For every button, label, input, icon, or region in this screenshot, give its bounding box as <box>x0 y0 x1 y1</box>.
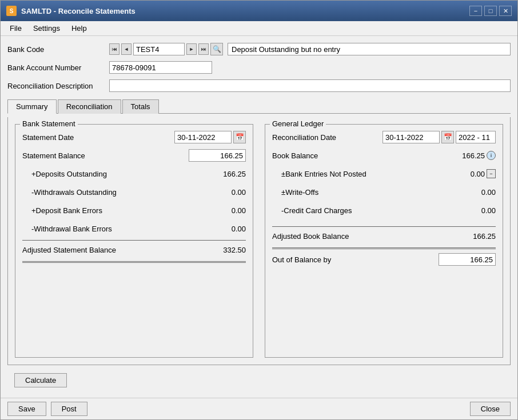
statement-date-label: Statement Date <box>22 133 74 142</box>
adjusted-book-balance-value: 166.25 <box>450 232 496 241</box>
title-bar: S SAMLTD - Reconcile Statements − □ ✕ <box>1 1 517 21</box>
menu-settings[interactable]: Settings <box>29 22 65 34</box>
content-area: Bank Code ⏮ ◄ ► ⏭ 🔍 Deposit Outstanding … <box>1 36 517 398</box>
tab-reconciliation[interactable]: Reconciliation <box>58 99 121 114</box>
deposits-outstanding-row: +Deposits Outstanding 166.25 <box>22 167 246 181</box>
general-ledger-panel: General Ledger Reconciliation Date 📅 Boo… <box>265 124 503 358</box>
search-button[interactable]: 🔍 <box>210 43 223 55</box>
reconciliation-date-label: Reconciliation Date <box>272 133 336 142</box>
book-balance-info-icon[interactable]: i <box>487 151 496 160</box>
deposit-bank-errors-value: 0.00 <box>200 206 246 215</box>
maximize-button[interactable]: □ <box>484 6 497 16</box>
bank-entries-controls: 0.00 − <box>439 169 496 178</box>
window-title: SAMLTD - Reconcile Statements <box>21 7 136 15</box>
statement-balance-label: Statement Balance <box>22 151 85 160</box>
withdrawals-outstanding-label: -Withdrawals Outstanding <box>31 188 117 197</box>
tab-content-summary: Bank Statement Statement Date 📅 Statemen… <box>7 117 511 365</box>
withdrawal-bank-errors-label: -Withdrawal Bank Errors <box>31 225 112 233</box>
statement-date-controls: 📅 <box>174 131 246 143</box>
write-offs-row: ±Write-Offs 0.00 <box>272 185 496 199</box>
bank-account-row: Bank Account Number <box>7 60 511 75</box>
close-window-button[interactable]: ✕ <box>499 6 512 16</box>
tab-totals[interactable]: Totals <box>122 99 159 114</box>
bank-statement-legend: Bank Statement <box>20 119 78 128</box>
statement-date-calendar-button[interactable]: 📅 <box>233 131 246 143</box>
bank-code-row: Bank Code ⏮ ◄ ► ⏭ 🔍 Deposit Outstanding … <box>7 42 511 57</box>
reconciliation-date-controls: 📅 <box>382 131 496 143</box>
deposit-bank-errors-label: +Deposit Bank Errors <box>31 206 102 215</box>
credit-card-row: -Credit Card Charges 0.00 <box>272 203 496 217</box>
bank-code-input[interactable] <box>133 43 185 55</box>
credit-card-value: 0.00 <box>450 206 496 215</box>
menu-bar: File Settings Help <box>1 21 517 36</box>
bank-code-controls: ⏮ ◄ ► ⏭ 🔍 <box>109 43 223 55</box>
period-input[interactable] <box>456 131 496 143</box>
save-button[interactable]: Save <box>7 402 46 416</box>
out-of-balance-row: Out of Balance by <box>272 253 496 266</box>
footer-left-buttons: Save Post <box>7 402 87 416</box>
bank-entries-value: 0.00 <box>439 170 485 178</box>
withdrawal-bank-errors-row: -Withdrawal Bank Errors 0.00 <box>22 222 246 235</box>
write-offs-value: 0.00 <box>450 188 496 197</box>
withdrawals-outstanding-row: -Withdrawals Outstanding 0.00 <box>22 185 246 199</box>
close-button[interactable]: Close <box>470 402 511 416</box>
withdrawals-outstanding-value: 0.00 <box>200 188 246 197</box>
minimize-button[interactable]: − <box>469 6 482 16</box>
statement-balance-row: Statement Balance <box>22 149 246 162</box>
bank-account-label: Bank Account Number <box>7 63 105 72</box>
reconciliation-date-row: Reconciliation Date 📅 <box>272 130 496 144</box>
reconciliation-desc-input[interactable] <box>109 79 511 92</box>
title-buttons: − □ ✕ <box>469 6 512 16</box>
nav-last-button[interactable]: ⏭ <box>198 43 209 55</box>
book-balance-row: Book Balance 166.25 i <box>272 149 496 162</box>
footer: Save Post Close <box>1 398 517 419</box>
reconciliation-desc-label: Reconciliation Description <box>7 82 105 90</box>
deposits-outstanding-label: +Deposits Outstanding <box>31 170 107 178</box>
adjusted-statement-balance-row: Adjusted Statement Balance 332.50 <box>22 243 246 257</box>
tabs-bar: Summary Reconciliation Totals <box>7 99 511 114</box>
book-balance-controls: 166.25 i <box>439 151 496 160</box>
menu-help[interactable]: Help <box>67 22 91 34</box>
bank-entries-row: ±Bank Entries Not Posted 0.00 − <box>272 167 496 181</box>
bank-statement-panel: Bank Statement Statement Date 📅 Statemen… <box>15 124 253 358</box>
general-ledger-legend: General Ledger <box>270 119 326 128</box>
adjusted-book-balance-row: Adjusted Book Balance 166.25 <box>272 229 496 243</box>
post-button[interactable]: Post <box>51 402 87 416</box>
main-window: S SAMLTD - Reconcile Statements − □ ✕ Fi… <box>0 0 518 420</box>
bank-entries-label: ±Bank Entries Not Posted <box>281 170 366 178</box>
book-balance-value: 166.25 <box>439 151 485 160</box>
nav-prev-button[interactable]: ◄ <box>121 43 132 55</box>
adjusted-book-balance-label: Adjusted Book Balance <box>272 232 349 241</box>
adjusted-statement-balance-value: 332.50 <box>200 246 246 254</box>
calculate-row: Calculate <box>7 369 511 392</box>
title-bar-left: S SAMLTD - Reconcile Statements <box>6 6 136 16</box>
calculate-button[interactable]: Calculate <box>14 373 67 387</box>
reconciliation-desc-row: Reconciliation Description <box>7 78 511 93</box>
out-of-balance-label: Out of Balance by <box>272 255 331 264</box>
statement-date-row: Statement Date 📅 <box>22 130 246 144</box>
credit-card-label: -Credit Card Charges <box>281 206 352 215</box>
reconciliation-date-calendar-button[interactable]: 📅 <box>441 131 454 143</box>
nav-next-button[interactable]: ► <box>186 43 197 55</box>
app-icon: S <box>6 6 17 16</box>
deposit-bank-errors-row: +Deposit Bank Errors 0.00 <box>22 203 246 217</box>
bank-account-input[interactable] <box>109 61 212 74</box>
deposits-outstanding-value: 166.25 <box>200 170 246 178</box>
bank-entries-icon[interactable]: − <box>487 169 496 178</box>
status-field: Deposit Outstanding but no entry <box>228 43 511 55</box>
withdrawal-bank-errors-value: 0.00 <box>200 225 246 233</box>
bank-code-label: Bank Code <box>7 45 105 54</box>
write-offs-label: ±Write-Offs <box>281 188 318 197</box>
reconciliation-date-input[interactable] <box>382 131 440 143</box>
menu-file[interactable]: File <box>5 22 26 34</box>
book-balance-label: Book Balance <box>272 151 318 160</box>
tab-summary[interactable]: Summary <box>7 99 57 114</box>
adjusted-statement-balance-label: Adjusted Statement Balance <box>22 246 116 254</box>
statement-balance-input[interactable] <box>189 149 246 162</box>
nav-first-button[interactable]: ⏮ <box>109 43 119 55</box>
out-of-balance-input[interactable] <box>439 253 496 266</box>
statement-date-input[interactable] <box>174 131 232 143</box>
